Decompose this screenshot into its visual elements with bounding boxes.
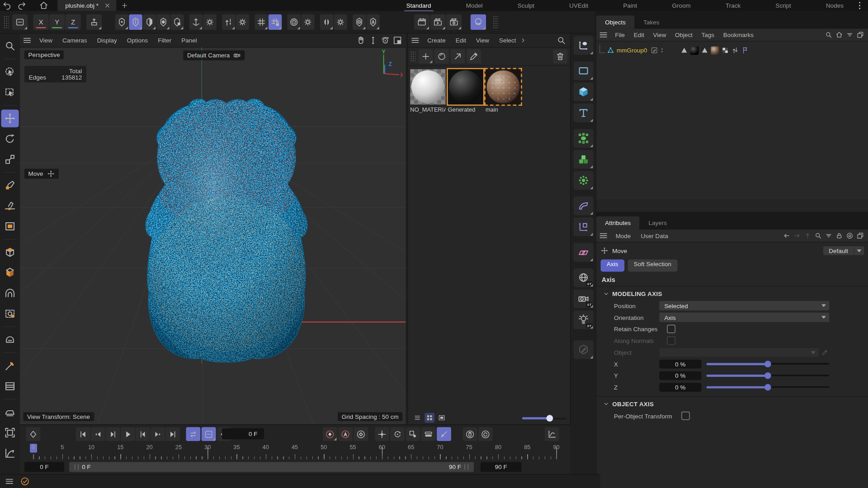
make-editable-button[interactable] <box>12 14 28 30</box>
camera-label[interactable]: Default Camera <box>183 50 245 60</box>
volumes-mode-button[interactable] <box>157 14 170 30</box>
rotate-tool[interactable] <box>1 130 19 148</box>
slider-y[interactable] <box>706 371 829 380</box>
loop-cut-tool[interactable] <box>1 377 19 395</box>
symmetry-settings-gear-icon[interactable] <box>334 14 347 30</box>
visibility-dots-icon[interactable] <box>658 47 666 54</box>
dolly-icon[interactable] <box>368 35 378 45</box>
mouse-record-button[interactable] <box>463 427 477 441</box>
materials-menu-overflow-icon[interactable] <box>520 37 527 44</box>
texture-tag-main-icon[interactable] <box>711 46 719 54</box>
axis-modification-button[interactable] <box>189 14 203 30</box>
key-pla-toggle[interactable] <box>437 427 451 441</box>
layout-tab-model[interactable]: Model <box>464 1 485 10</box>
range-start-field[interactable]: 0 F <box>24 462 64 472</box>
preset-value[interactable]: Default <box>823 246 854 255</box>
materials-menu-create[interactable]: Create <box>422 34 450 47</box>
axis-settings-gear-icon[interactable] <box>203 14 216 30</box>
search-tool-icon[interactable] <box>1 37 19 55</box>
materials-search-icon[interactable] <box>557 35 566 45</box>
materials-menu-edit[interactable]: Edit <box>451 34 471 47</box>
prev-frame-button[interactable] <box>106 427 120 441</box>
iron-tool[interactable] <box>1 404 19 421</box>
polygons-mode-button[interactable] <box>143 14 156 30</box>
loop-playback-button[interactable] <box>186 427 200 441</box>
material-main[interactable]: main <box>486 69 521 113</box>
history-back-icon[interactable] <box>783 232 790 239</box>
close-tab-icon[interactable] <box>104 2 111 9</box>
materials-menu-view[interactable]: View <box>471 34 494 47</box>
layout-tab-uvedit[interactable]: UVEdit <box>567 1 590 10</box>
objects-home-icon[interactable] <box>835 31 843 39</box>
new-material-sphere-button[interactable] <box>434 49 449 64</box>
next-frame-button[interactable] <box>136 427 150 441</box>
phong-tag-icon-2[interactable] <box>701 47 708 54</box>
volume-builder-button[interactable] <box>574 150 594 169</box>
material-generated[interactable]: Generated <box>448 69 483 113</box>
range-end-field[interactable]: 90 F <box>481 462 522 472</box>
slider-value-x[interactable]: 0 % <box>659 359 701 368</box>
attributes-filter-icon[interactable] <box>825 232 832 239</box>
attributes-popup-icon[interactable] <box>856 232 864 239</box>
tab-objects[interactable]: Objects <box>596 15 635 28</box>
live-selection-tool[interactable] <box>1 63 19 81</box>
materials-grip[interactable] <box>410 51 415 62</box>
cube-object-button[interactable] <box>574 82 594 101</box>
attributes-burger-icon[interactable] <box>596 230 611 241</box>
tweak-settings-gear-icon[interactable] <box>236 14 249 30</box>
range-right-grip[interactable] <box>464 464 468 469</box>
extrude-tool[interactable] <box>1 264 19 282</box>
objects-menu-tags[interactable]: Tags <box>697 29 719 41</box>
layout-tab-standard[interactable]: Standard <box>404 1 433 10</box>
symmetry-button[interactable] <box>320 14 333 30</box>
object-row-mmgroup0[interactable]: mmGroup0 <box>596 45 868 56</box>
camera-object-button[interactable]: ST <box>574 289 594 308</box>
slider-value-z[interactable]: 0 % <box>659 383 701 392</box>
key-position-toggle[interactable] <box>375 427 389 441</box>
render-view-button[interactable] <box>414 14 429 30</box>
objects-filter-icon[interactable] <box>846 31 854 39</box>
slider-knob[interactable] <box>764 361 771 367</box>
goto-start-button[interactable] <box>76 427 90 441</box>
objects-popup-icon[interactable] <box>856 31 864 39</box>
cage-deform-tool[interactable] <box>1 305 19 323</box>
layout-tab-track[interactable]: Track <box>723 1 743 10</box>
new-tab-button[interactable] <box>116 0 133 11</box>
home-icon[interactable] <box>37 0 51 11</box>
materials-menu-select[interactable]: Select <box>494 34 521 47</box>
viewport-burger-icon[interactable] <box>20 35 34 46</box>
per-object-transform-checkbox[interactable] <box>681 412 689 420</box>
view-label[interactable]: Perspective <box>24 50 64 59</box>
texture-tag-black-icon[interactable] <box>690 46 698 54</box>
viewport-menu-panel[interactable]: Panel <box>176 34 202 47</box>
orientation-select[interactable]: Axis <box>659 313 829 322</box>
material-grid-view-icon[interactable] <box>425 413 434 422</box>
flag-tag-icon[interactable] <box>741 47 749 54</box>
tab-attributes[interactable]: Attributes <box>596 216 640 230</box>
key-rotation-toggle[interactable] <box>390 427 405 441</box>
preview-range-button[interactable] <box>202 427 216 441</box>
rotation-record-button[interactable] <box>478 427 493 441</box>
objects-menu-view[interactable]: View <box>649 29 671 41</box>
objects-menu-object[interactable]: Object <box>670 29 697 41</box>
autokey-button[interactable] <box>338 427 353 441</box>
frame-selection-tool[interactable] <box>1 424 19 441</box>
phong-tag-icon[interactable] <box>680 47 688 54</box>
undo-icon[interactable] <box>0 0 14 11</box>
toolbar-grip-right[interactable] <box>493 15 498 28</box>
fcurve-editor-button[interactable] <box>545 427 559 441</box>
render-queue-button[interactable] <box>446 14 462 30</box>
points-mode-button[interactable] <box>115 14 128 30</box>
knife-tool[interactable] <box>1 357 19 375</box>
goto-end-button[interactable] <box>165 427 180 441</box>
prev-key-button[interactable] <box>91 427 105 441</box>
redo-icon[interactable] <box>14 0 29 11</box>
viewport-canvas[interactable]: Perspective Default Camera Total Edges13… <box>20 47 406 424</box>
axis-lock-x[interactable]: X <box>33 14 48 30</box>
material-thumbnail[interactable] <box>448 69 483 104</box>
load-material-button[interactable] <box>451 49 465 64</box>
edit-toggle-icon[interactable] <box>651 47 658 54</box>
modeling-axis-header[interactable]: MODELING AXIS <box>596 286 868 300</box>
mograph-cloner-button[interactable] <box>574 171 594 190</box>
orbit-icon[interactable] <box>380 35 390 45</box>
